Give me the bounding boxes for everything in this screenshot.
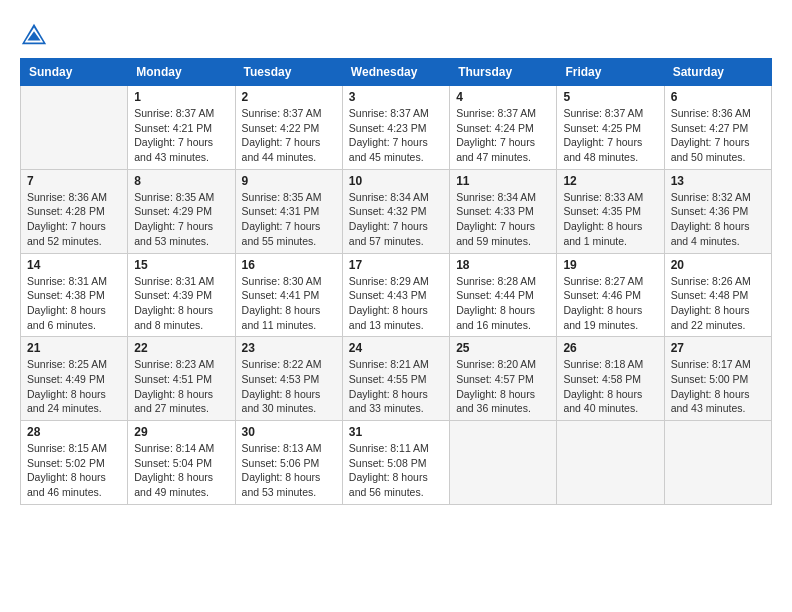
calendar-cell: 8Sunrise: 8:35 AMSunset: 4:29 PMDaylight… [128, 169, 235, 253]
calendar-header-tuesday: Tuesday [235, 59, 342, 86]
calendar-header-row: SundayMondayTuesdayWednesdayThursdayFrid… [21, 59, 772, 86]
day-number: 26 [563, 341, 657, 355]
calendar-cell: 22Sunrise: 8:23 AMSunset: 4:51 PMDayligh… [128, 337, 235, 421]
day-info: Sunrise: 8:31 AMSunset: 4:39 PMDaylight:… [134, 274, 228, 333]
day-number: 21 [27, 341, 121, 355]
day-info: Sunrise: 8:37 AMSunset: 4:25 PMDaylight:… [563, 106, 657, 165]
calendar-cell: 21Sunrise: 8:25 AMSunset: 4:49 PMDayligh… [21, 337, 128, 421]
day-number: 12 [563, 174, 657, 188]
day-number: 18 [456, 258, 550, 272]
calendar-cell [21, 86, 128, 170]
day-number: 4 [456, 90, 550, 104]
calendar-cell: 19Sunrise: 8:27 AMSunset: 4:46 PMDayligh… [557, 253, 664, 337]
day-info: Sunrise: 8:20 AMSunset: 4:57 PMDaylight:… [456, 357, 550, 416]
day-number: 24 [349, 341, 443, 355]
day-info: Sunrise: 8:37 AMSunset: 4:24 PMDaylight:… [456, 106, 550, 165]
day-info: Sunrise: 8:37 AMSunset: 4:22 PMDaylight:… [242, 106, 336, 165]
calendar-header-monday: Monday [128, 59, 235, 86]
day-number: 28 [27, 425, 121, 439]
day-number: 5 [563, 90, 657, 104]
day-info: Sunrise: 8:28 AMSunset: 4:44 PMDaylight:… [456, 274, 550, 333]
day-info: Sunrise: 8:18 AMSunset: 4:58 PMDaylight:… [563, 357, 657, 416]
day-number: 6 [671, 90, 765, 104]
day-info: Sunrise: 8:37 AMSunset: 4:23 PMDaylight:… [349, 106, 443, 165]
day-info: Sunrise: 8:14 AMSunset: 5:04 PMDaylight:… [134, 441, 228, 500]
day-info: Sunrise: 8:35 AMSunset: 4:29 PMDaylight:… [134, 190, 228, 249]
day-number: 13 [671, 174, 765, 188]
calendar-cell: 20Sunrise: 8:26 AMSunset: 4:48 PMDayligh… [664, 253, 771, 337]
calendar-cell: 24Sunrise: 8:21 AMSunset: 4:55 PMDayligh… [342, 337, 449, 421]
calendar-cell: 10Sunrise: 8:34 AMSunset: 4:32 PMDayligh… [342, 169, 449, 253]
calendar-header-sunday: Sunday [21, 59, 128, 86]
calendar-cell [450, 421, 557, 505]
calendar-cell [664, 421, 771, 505]
day-info: Sunrise: 8:23 AMSunset: 4:51 PMDaylight:… [134, 357, 228, 416]
calendar-cell: 6Sunrise: 8:36 AMSunset: 4:27 PMDaylight… [664, 86, 771, 170]
calendar-table: SundayMondayTuesdayWednesdayThursdayFrid… [20, 58, 772, 505]
day-info: Sunrise: 8:37 AMSunset: 4:21 PMDaylight:… [134, 106, 228, 165]
day-number: 30 [242, 425, 336, 439]
day-info: Sunrise: 8:11 AMSunset: 5:08 PMDaylight:… [349, 441, 443, 500]
day-info: Sunrise: 8:32 AMSunset: 4:36 PMDaylight:… [671, 190, 765, 249]
calendar-cell: 31Sunrise: 8:11 AMSunset: 5:08 PMDayligh… [342, 421, 449, 505]
day-number: 22 [134, 341, 228, 355]
calendar-cell: 9Sunrise: 8:35 AMSunset: 4:31 PMDaylight… [235, 169, 342, 253]
day-number: 1 [134, 90, 228, 104]
day-info: Sunrise: 8:26 AMSunset: 4:48 PMDaylight:… [671, 274, 765, 333]
calendar-cell: 14Sunrise: 8:31 AMSunset: 4:38 PMDayligh… [21, 253, 128, 337]
day-number: 11 [456, 174, 550, 188]
day-number: 7 [27, 174, 121, 188]
calendar-week-4: 21Sunrise: 8:25 AMSunset: 4:49 PMDayligh… [21, 337, 772, 421]
day-info: Sunrise: 8:22 AMSunset: 4:53 PMDaylight:… [242, 357, 336, 416]
day-info: Sunrise: 8:36 AMSunset: 4:27 PMDaylight:… [671, 106, 765, 165]
calendar-cell: 16Sunrise: 8:30 AMSunset: 4:41 PMDayligh… [235, 253, 342, 337]
calendar-cell: 13Sunrise: 8:32 AMSunset: 4:36 PMDayligh… [664, 169, 771, 253]
calendar-cell: 26Sunrise: 8:18 AMSunset: 4:58 PMDayligh… [557, 337, 664, 421]
day-number: 14 [27, 258, 121, 272]
day-info: Sunrise: 8:21 AMSunset: 4:55 PMDaylight:… [349, 357, 443, 416]
calendar-week-5: 28Sunrise: 8:15 AMSunset: 5:02 PMDayligh… [21, 421, 772, 505]
calendar-cell: 1Sunrise: 8:37 AMSunset: 4:21 PMDaylight… [128, 86, 235, 170]
day-info: Sunrise: 8:33 AMSunset: 4:35 PMDaylight:… [563, 190, 657, 249]
calendar-cell: 28Sunrise: 8:15 AMSunset: 5:02 PMDayligh… [21, 421, 128, 505]
day-number: 8 [134, 174, 228, 188]
logo [20, 20, 52, 48]
calendar-cell: 23Sunrise: 8:22 AMSunset: 4:53 PMDayligh… [235, 337, 342, 421]
day-number: 16 [242, 258, 336, 272]
calendar-header-saturday: Saturday [664, 59, 771, 86]
calendar-cell: 12Sunrise: 8:33 AMSunset: 4:35 PMDayligh… [557, 169, 664, 253]
calendar-cell: 2Sunrise: 8:37 AMSunset: 4:22 PMDaylight… [235, 86, 342, 170]
calendar-header-wednesday: Wednesday [342, 59, 449, 86]
day-number: 23 [242, 341, 336, 355]
day-number: 20 [671, 258, 765, 272]
calendar-header-thursday: Thursday [450, 59, 557, 86]
day-info: Sunrise: 8:17 AMSunset: 5:00 PMDaylight:… [671, 357, 765, 416]
calendar-week-1: 1Sunrise: 8:37 AMSunset: 4:21 PMDaylight… [21, 86, 772, 170]
calendar-cell: 3Sunrise: 8:37 AMSunset: 4:23 PMDaylight… [342, 86, 449, 170]
day-info: Sunrise: 8:34 AMSunset: 4:32 PMDaylight:… [349, 190, 443, 249]
day-number: 31 [349, 425, 443, 439]
calendar-cell: 25Sunrise: 8:20 AMSunset: 4:57 PMDayligh… [450, 337, 557, 421]
day-number: 10 [349, 174, 443, 188]
day-number: 2 [242, 90, 336, 104]
calendar-cell: 7Sunrise: 8:36 AMSunset: 4:28 PMDaylight… [21, 169, 128, 253]
day-info: Sunrise: 8:15 AMSunset: 5:02 PMDaylight:… [27, 441, 121, 500]
calendar-cell: 27Sunrise: 8:17 AMSunset: 5:00 PMDayligh… [664, 337, 771, 421]
calendar-cell: 17Sunrise: 8:29 AMSunset: 4:43 PMDayligh… [342, 253, 449, 337]
calendar-cell: 5Sunrise: 8:37 AMSunset: 4:25 PMDaylight… [557, 86, 664, 170]
day-number: 29 [134, 425, 228, 439]
calendar-header-friday: Friday [557, 59, 664, 86]
calendar-cell: 29Sunrise: 8:14 AMSunset: 5:04 PMDayligh… [128, 421, 235, 505]
page-header [20, 20, 772, 48]
day-info: Sunrise: 8:31 AMSunset: 4:38 PMDaylight:… [27, 274, 121, 333]
calendar-week-3: 14Sunrise: 8:31 AMSunset: 4:38 PMDayligh… [21, 253, 772, 337]
day-number: 25 [456, 341, 550, 355]
day-info: Sunrise: 8:25 AMSunset: 4:49 PMDaylight:… [27, 357, 121, 416]
day-number: 27 [671, 341, 765, 355]
calendar-cell: 4Sunrise: 8:37 AMSunset: 4:24 PMDaylight… [450, 86, 557, 170]
day-info: Sunrise: 8:35 AMSunset: 4:31 PMDaylight:… [242, 190, 336, 249]
day-info: Sunrise: 8:34 AMSunset: 4:33 PMDaylight:… [456, 190, 550, 249]
day-number: 19 [563, 258, 657, 272]
day-info: Sunrise: 8:27 AMSunset: 4:46 PMDaylight:… [563, 274, 657, 333]
day-info: Sunrise: 8:29 AMSunset: 4:43 PMDaylight:… [349, 274, 443, 333]
